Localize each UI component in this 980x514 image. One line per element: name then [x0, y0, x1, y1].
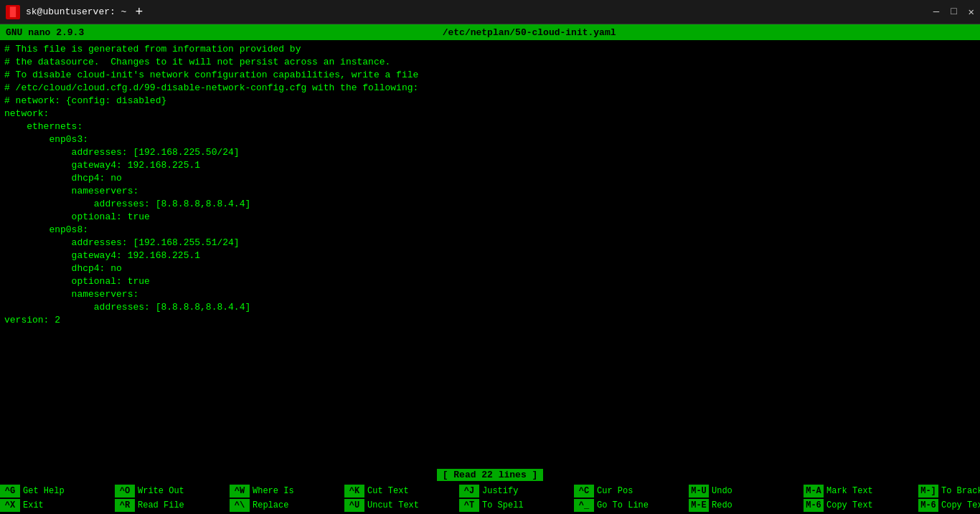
shortcut-item: M-UUndo [689, 485, 804, 498]
shortcut-item: ^KCut Text [344, 485, 459, 498]
shortcut-key: ^C [574, 485, 594, 498]
nano-status: [ Read 22 lines ] [0, 467, 980, 482]
file-path: /etc/netplan/50-cloud-init.yaml [443, 27, 616, 38]
terminal-icon: █ [6, 5, 20, 19]
shortcut-row-2: ^XExit^RRead File^\Replace^UUncut Text^T… [0, 499, 980, 512]
shortcut-item: ^CCur Pos [574, 485, 689, 498]
shortcut-item: ^OWrite Out [115, 485, 230, 498]
shortcut-key: ^W [230, 485, 250, 498]
shortcut-label: Copy Text [938, 500, 980, 510]
shortcut-item: M-AMark Text [804, 485, 918, 498]
shortcut-item: M-6Copy Text [918, 499, 980, 512]
shortcut-key: M-U [689, 485, 709, 498]
shortcut-item: ^XExit [0, 499, 115, 512]
shortcut-key: ^U [344, 499, 364, 512]
shortcut-key: ^J [459, 485, 479, 498]
shortcut-item: M-]To Bracket [918, 485, 980, 498]
shortcut-key: M-6 [804, 499, 824, 512]
shortcut-label: To Bracket [938, 486, 980, 496]
shortcut-label: Mark Text [824, 486, 873, 496]
shortcut-label: Cut Text [364, 486, 409, 496]
shortcut-key: M-6 [918, 499, 938, 512]
shortcut-label: Uncut Text [364, 500, 419, 510]
shortcut-label: Exit [20, 500, 44, 510]
shortcut-item: ^_Go To Line [574, 499, 689, 512]
shortcut-item: M-ERedo [689, 499, 804, 512]
shortcut-item: ^TTo Spell [459, 499, 574, 512]
shortcut-item: ^\Replace [230, 499, 344, 512]
shortcut-label: Undo [709, 486, 732, 496]
new-tab-button[interactable]: + [135, 5, 143, 19]
shortcut-label: Where Is [250, 486, 294, 496]
shortcut-item: ^WWhere Is [230, 485, 344, 498]
shortcut-key: ^K [344, 485, 364, 498]
shortcut-item: ^RRead File [115, 499, 230, 512]
shortcut-key: ^G [0, 485, 20, 498]
minimize-button[interactable]: — [933, 6, 939, 18]
editor-content[interactable]: # This file is generated from informatio… [0, 40, 980, 467]
shortcut-key: M-E [689, 499, 709, 512]
shortcut-label: Redo [709, 500, 732, 510]
shortcut-key: M-A [804, 485, 824, 498]
shortcut-label: Copy Text [824, 500, 873, 510]
window-controls: — □ ✕ [933, 6, 974, 18]
shortcut-key: ^_ [574, 499, 594, 512]
status-message: [ Read 22 lines ] [437, 469, 544, 481]
shortcut-label: Go To Line [594, 500, 649, 510]
shortcut-label: Cur Pos [594, 486, 633, 496]
maximize-button[interactable]: □ [951, 6, 956, 18]
shortcut-label: Get Help [20, 486, 65, 496]
shortcut-key: ^T [459, 499, 479, 512]
shortcut-key: ^R [115, 499, 135, 512]
shortcut-item: ^GGet Help [0, 485, 115, 498]
shortcut-key: ^X [0, 499, 20, 512]
shortcut-item: M-6Copy Text [804, 499, 918, 512]
close-button[interactable]: ✕ [969, 6, 974, 18]
shortcut-key: ^\ [230, 499, 250, 512]
shortcut-label: Justify [479, 486, 518, 496]
shortcut-row-1: ^GGet Help^OWrite Out^WWhere Is^KCut Tex… [0, 485, 980, 498]
shortcut-label: Replace [250, 500, 288, 510]
shortcut-bar: ^GGet Help^OWrite Out^WWhere Is^KCut Tex… [0, 482, 980, 514]
shortcut-label: To Spell [479, 500, 524, 510]
tab-label[interactable]: sk@ubuntuserver: ~ [26, 6, 126, 17]
shortcut-label: Write Out [135, 486, 184, 496]
shortcut-item: ^JJustify [459, 485, 574, 498]
title-bar: █ sk@ubuntuserver: ~ + — □ ✕ [0, 0, 980, 24]
shortcut-label: Read File [135, 500, 184, 510]
shortcut-key: M-] [918, 485, 938, 498]
nano-header: GNU nano 2.9.3 /etc/netplan/50-cloud-ini… [0, 24, 980, 40]
shortcut-key: ^O [115, 485, 135, 498]
shortcut-item: ^UUncut Text [344, 499, 459, 512]
nano-version: GNU nano 2.9.3 [6, 27, 84, 38]
